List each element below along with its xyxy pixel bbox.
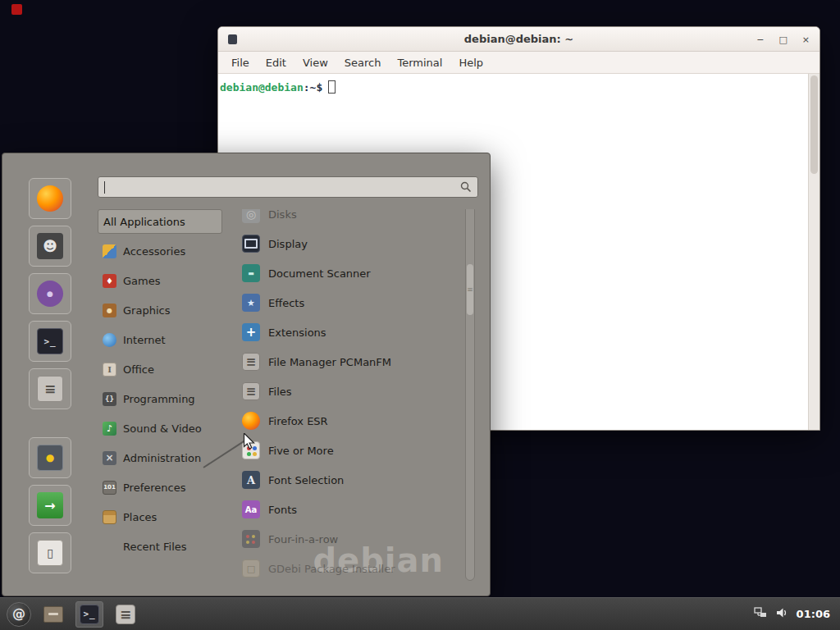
pcmanfm-icon xyxy=(242,353,260,371)
applications-menu: All Applications Accessories Games Graph… xyxy=(2,153,491,596)
menu-search[interactable]: Search xyxy=(345,57,381,69)
apps-scrollbar[interactable] xyxy=(465,209,475,581)
graphics-icon xyxy=(103,304,116,317)
menu-terminal[interactable]: Terminal xyxy=(397,57,442,69)
network-icon[interactable] xyxy=(754,606,767,623)
menu-help[interactable]: Help xyxy=(459,57,483,69)
preferences-icon xyxy=(103,481,116,495)
minimize-button[interactable]: − xyxy=(756,35,764,44)
applications-column: debian Disks Display Document Scanner xyxy=(222,209,482,587)
favorite-files-button[interactable] xyxy=(29,368,71,409)
clock[interactable]: 01:06 xyxy=(797,608,833,620)
category-places[interactable]: Places xyxy=(98,504,222,529)
close-button[interactable]: × xyxy=(802,35,810,44)
file-cabinet-icon xyxy=(37,376,63,402)
launcher-terminal[interactable] xyxy=(75,601,103,628)
extensions-icon xyxy=(242,323,260,341)
app-extensions[interactable]: Extensions xyxy=(242,317,482,347)
firefox-icon xyxy=(242,412,260,430)
menu-button[interactable] xyxy=(7,602,31,627)
category-games[interactable]: Games xyxy=(98,268,222,293)
category-graphics[interactable]: Graphics xyxy=(98,298,222,322)
favorite-terminal-button[interactable] xyxy=(29,321,71,362)
terminal-cursor xyxy=(328,80,336,94)
power-icon xyxy=(37,540,63,566)
desktop-marker xyxy=(11,4,22,15)
prompt-path: :~$ xyxy=(304,81,322,94)
apps-scrollbar-thumb[interactable] xyxy=(467,264,473,315)
app-font-selection[interactable]: Font Selection xyxy=(242,465,482,495)
administration-icon xyxy=(103,451,116,465)
app-file-manager-pcmanfm[interactable]: File Manager PCManFM xyxy=(242,347,482,377)
terminal-scrollbar-thumb[interactable] xyxy=(810,75,818,174)
favorite-firefox-button[interactable] xyxy=(29,178,71,219)
menu-edit[interactable]: Edit xyxy=(266,57,286,69)
app-fonts[interactable]: Fonts xyxy=(242,495,482,524)
favorite-logout-button[interactable] xyxy=(29,485,71,526)
display-icon xyxy=(242,235,260,253)
favorite-power-button[interactable] xyxy=(29,532,71,573)
category-preferences[interactable]: Preferences xyxy=(98,475,222,500)
font-selection-icon xyxy=(242,471,260,489)
scanner-icon xyxy=(242,264,260,282)
app-four-in-a-row[interactable]: Four-in-a-row xyxy=(242,524,482,554)
menu-view[interactable]: View xyxy=(303,57,328,69)
app-display[interactable]: Display xyxy=(242,229,482,258)
file-drawer-icon xyxy=(43,606,63,623)
menu-file[interactable]: File xyxy=(231,57,249,69)
files-icon xyxy=(242,382,260,400)
app-document-scanner[interactable]: Document Scanner xyxy=(242,258,482,288)
terminal-scrollbar[interactable] xyxy=(808,74,819,430)
four-in-a-row-icon xyxy=(242,530,260,548)
launcher-file-drawer[interactable] xyxy=(39,601,67,628)
accessories-icon xyxy=(103,244,116,258)
fonts-icon xyxy=(242,500,260,518)
category-sound-video[interactable]: Sound & Video xyxy=(98,416,222,441)
favorites-column xyxy=(11,162,89,587)
terminal-title: debian@debian: ~ xyxy=(218,33,819,45)
favorite-app-button[interactable] xyxy=(29,273,71,314)
maximize-button[interactable]: □ xyxy=(778,35,787,44)
category-internet[interactable]: Internet xyxy=(98,327,222,352)
category-programming[interactable]: Programming xyxy=(98,386,222,411)
search-box[interactable] xyxy=(98,176,478,198)
desktop[interactable]: debian@debian: ~ − □ × File Edit View Se… xyxy=(0,0,840,630)
category-all-applications[interactable]: All Applications xyxy=(98,209,222,234)
applications-list: Disks Display Document Scanner Effe xyxy=(242,209,482,583)
app-disks[interactable]: Disks xyxy=(242,209,482,229)
logout-icon xyxy=(37,492,63,518)
text-caret xyxy=(104,181,105,194)
file-cabinet-icon xyxy=(116,605,135,624)
launcher-files[interactable] xyxy=(112,601,139,628)
volume-icon[interactable] xyxy=(775,606,788,623)
app-five-or-more[interactable]: Five or More xyxy=(242,436,482,465)
app-files[interactable]: Files xyxy=(242,377,482,406)
category-accessories[interactable]: Accessories xyxy=(98,239,222,263)
mascot-icon xyxy=(37,281,63,307)
app-gdebi-package-installer[interactable]: GDebi Package Installer xyxy=(242,554,482,583)
games-icon xyxy=(103,274,116,288)
mouse-cursor xyxy=(243,433,258,450)
prompt-user: debian@debian xyxy=(220,81,304,94)
terminal-titlebar[interactable]: debian@debian: ~ − □ × xyxy=(218,27,819,52)
terminal-icon xyxy=(80,605,99,624)
internet-icon xyxy=(103,333,116,347)
programming-icon xyxy=(103,392,116,406)
gdebi-icon xyxy=(242,559,260,578)
taskbar: 01:06 xyxy=(0,597,840,630)
disks-icon xyxy=(242,209,260,223)
favorite-users-button[interactable] xyxy=(29,226,71,267)
favorite-screensaver-button[interactable] xyxy=(29,437,71,478)
terminal-icon xyxy=(37,328,63,354)
category-recent-files[interactable]: Recent Files xyxy=(98,534,222,559)
effects-icon xyxy=(242,294,260,312)
search-icon xyxy=(460,181,472,193)
search-input[interactable] xyxy=(108,181,457,194)
app-firefox-esr[interactable]: Firefox ESR xyxy=(242,406,482,436)
places-icon xyxy=(103,510,116,524)
users-icon xyxy=(37,233,63,259)
system-tray: 01:06 xyxy=(754,606,833,623)
category-office[interactable]: Office xyxy=(98,357,222,381)
terminal-menubar: File Edit View Search Terminal Help xyxy=(218,52,819,74)
app-effects[interactable]: Effects xyxy=(242,288,482,317)
